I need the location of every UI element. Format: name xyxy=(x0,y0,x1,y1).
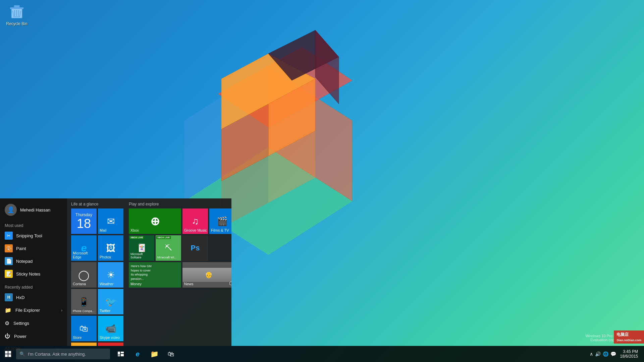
system-tray: ∧ 🔊 🌐 💬 3:45 PM 18/6/2015 xyxy=(590,349,644,359)
tile-news-label: News xyxy=(184,282,194,286)
taskbar-icon-group: e 📁 🛍 xyxy=(113,346,179,362)
tile-weather-label: Weather xyxy=(100,282,113,286)
tile-phone-label: Phone Compa... xyxy=(73,309,95,313)
svg-rect-22 xyxy=(121,352,124,353)
photos-icon: 🖼 xyxy=(106,243,115,254)
life-at-a-glance-section: Life at a glance Thursday 18 xyxy=(71,202,123,346)
app-snipping-tool-label: Snipping Tool xyxy=(16,233,42,238)
money-content: Here's how GMhopes to coverits whoppingp… xyxy=(131,264,152,281)
tile-cortana[interactable]: ◯ Cortana xyxy=(71,262,97,288)
taskbar-file-explorer[interactable]: 📁 xyxy=(146,346,162,362)
weather-icon: ☀ xyxy=(107,269,115,281)
ps-icon: Ps xyxy=(191,244,200,252)
tile-news[interactable]: 👴 News ⬡ xyxy=(182,262,231,288)
tile-money[interactable]: Here's how GMhopes to coverits whoppingp… xyxy=(129,262,181,288)
solitaire-icon: 🃏 xyxy=(137,244,146,252)
tile-candy[interactable]: 🍬 Candy Crush xyxy=(71,343,97,346)
paint-icon: 🎨 xyxy=(5,244,13,252)
cortana-search[interactable]: 🔍 I'm Cortana. Ask me anything. xyxy=(16,349,110,359)
tile-solitaire[interactable]: XBOX LIVE 🃏 Microsoft Solitaire xyxy=(129,235,154,261)
taskbar-task-view[interactable] xyxy=(113,346,129,362)
tile-minecraft[interactable]: XBOX LIVE ⛏ Minecraft Wi... xyxy=(156,235,181,261)
tiles-row-1: Thursday 18 ✉ Mail xyxy=(71,208,123,234)
app-sticky-notes[interactable]: 📝 Sticky Notes xyxy=(0,267,67,280)
tray-icons: ∧ 🔊 🌐 💬 xyxy=(590,351,616,357)
store-icon: 🛍 xyxy=(79,323,88,334)
tile-solitaire-label: Microsoft Solitaire xyxy=(130,252,154,259)
settings-item[interactable]: ⚙ Settings xyxy=(0,317,67,330)
start-button[interactable] xyxy=(0,346,16,362)
tile-groove[interactable]: ♫ Groove Music xyxy=(182,208,208,234)
tray-network[interactable]: 🌐 xyxy=(603,351,608,357)
tile-xbox[interactable]: ⊕ Xbox xyxy=(129,208,181,234)
tile-photoshop[interactable]: Ps xyxy=(182,235,208,261)
tile-twitter[interactable]: 🐦 Twitter xyxy=(98,289,123,314)
app-snipping-tool[interactable]: ✂ Snipping Tool xyxy=(0,229,67,242)
tray-speaker[interactable]: 🔊 xyxy=(595,351,601,357)
svg-rect-24 xyxy=(118,355,120,356)
recycle-bin-icon[interactable]: Recycle Bin xyxy=(3,3,30,26)
tile-cortana-label: Cortana xyxy=(73,282,86,286)
snipping-tool-icon: ✂ xyxy=(5,232,13,240)
tile-skype-label: Skype video xyxy=(100,336,120,340)
tile-films[interactable]: 🎬 Films & TV xyxy=(209,208,231,234)
search-icon: 🔍 xyxy=(19,351,25,357)
app-paint[interactable]: 🎨 Paint xyxy=(0,242,67,255)
play-and-explore-section: Play and explore ⊕ Xbox ♫ Groove Music xyxy=(129,202,231,346)
tile-skype[interactable]: 📹 Skype video xyxy=(98,316,123,341)
clock-date: 18/6/2015 xyxy=(620,354,638,359)
taskbar-edge[interactable]: e xyxy=(129,346,146,362)
app-paint-label: Paint xyxy=(16,246,26,251)
app-notepad[interactable]: 📄 Notepad xyxy=(0,255,67,267)
tile-flipboard[interactable]: f Flipboard xyxy=(98,343,123,346)
tile-edge[interactable]: e Microsoft Edge xyxy=(71,235,97,261)
svg-rect-20 xyxy=(8,354,11,357)
tiles-area: Life at a glance Thursday 18 xyxy=(71,202,227,346)
time-display[interactable]: 3:45 PM 18/6/2015 xyxy=(618,349,641,359)
taskbar-store[interactable]: 🛍 xyxy=(163,346,179,362)
app-hxd[interactable]: H HxD xyxy=(0,291,67,304)
tile-twitter-label: Twitter xyxy=(100,309,110,313)
file-explorer-icon: 📁 xyxy=(5,307,11,313)
power-item[interactable]: ⏻ Power xyxy=(0,330,67,343)
settings-label: Settings xyxy=(13,321,29,326)
settings-icon: ⚙ xyxy=(5,320,9,326)
tile-photos[interactable]: 🖼 Photos xyxy=(98,235,123,261)
file-explorer-item[interactable]: 📁 File Explorer › xyxy=(0,304,67,317)
power-icon: ⏻ xyxy=(5,333,10,339)
play-tiles-row-1: ⊕ Xbox ♫ Groove Music 🎬 Films & TV xyxy=(129,208,231,234)
groove-icon: ♫ xyxy=(192,216,199,227)
clock-time: 3:45 PM xyxy=(620,349,638,354)
mail-icon: ✉ xyxy=(107,216,115,227)
recently-added-label: Recently added xyxy=(0,283,67,291)
skype-icon: 📹 xyxy=(105,323,116,334)
play-tiles-row-2: XBOX LIVE 🃏 Microsoft Solitaire XBOX LIV… xyxy=(129,235,231,261)
xbox-live-badge: XBOX LIVE xyxy=(129,236,144,239)
recycle-bin-label: Recycle Bin xyxy=(3,21,30,26)
life-at-a-glance-header: Life at a glance xyxy=(71,202,123,206)
search-placeholder: I'm Cortana. Ask me anything. xyxy=(28,352,86,357)
tray-notification[interactable]: 💬 xyxy=(610,351,616,357)
tile-store[interactable]: 🛍 Store xyxy=(71,316,97,341)
svg-rect-21 xyxy=(118,352,120,355)
tile-phone[interactable]: 📱 Phone Compa... xyxy=(71,289,97,314)
tile-money-label: Money xyxy=(130,282,142,286)
start-menu-tiles: Life at a glance Thursday 18 xyxy=(67,198,231,346)
tile-photos-label: Photos xyxy=(100,255,111,259)
tray-chevron-up[interactable]: ∧ xyxy=(590,351,593,357)
user-name: Mehedi Hassan xyxy=(20,207,50,213)
notepad-icon: 📄 xyxy=(5,257,13,265)
desktop: Recycle Bin 👤 Mehedi Hassan Most used ✂ … xyxy=(0,0,644,362)
user-section[interactable]: 👤 Mehedi Hassan xyxy=(0,198,67,221)
tile-store-label: Store xyxy=(73,336,82,340)
tile-weather[interactable]: ☀ Weather xyxy=(98,262,123,288)
tile-mail[interactable]: ✉ Mail xyxy=(98,208,123,234)
tile-calendar[interactable]: Thursday 18 xyxy=(71,208,97,234)
app-notepad-label: Notepad xyxy=(16,259,33,264)
power-label: Power xyxy=(14,334,26,339)
play-tiles-row-3: Here's how GMhopes to coverits whoppingp… xyxy=(129,262,231,288)
tiles-row-3: ◯ Cortana ☀ Weather xyxy=(71,262,123,288)
tiles-row-4: 📱 Phone Compa... 🐦 Twitter xyxy=(71,289,123,314)
tile-films-label: Films & TV xyxy=(211,228,229,232)
start-menu-left-panel: 👤 Mehedi Hassan Most used ✂ Snipping Too… xyxy=(0,198,67,346)
